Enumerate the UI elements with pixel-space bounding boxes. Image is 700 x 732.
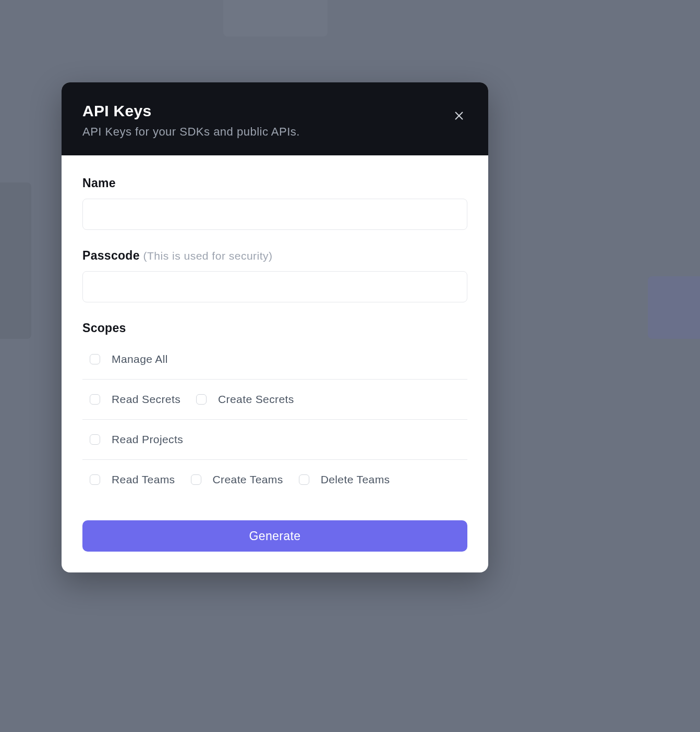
scopes-title: Scopes [82, 321, 467, 335]
scope-item-read-teams: Read Teams [90, 473, 175, 486]
scope-label[interactable]: Create Teams [213, 473, 283, 486]
modal-body: Name Passcode (This is used for security… [62, 155, 488, 572]
passcode-hint: (This is used for security) [143, 250, 273, 262]
scope-label[interactable]: Read Projects [112, 433, 183, 446]
scope-label[interactable]: Create Secrets [218, 393, 294, 406]
passcode-label-text: Passcode [82, 249, 140, 262]
passcode-field-group: Passcode (This is used for security) [82, 249, 467, 302]
scope-label[interactable]: Delete Teams [321, 473, 390, 486]
modal-header: API Keys API Keys for your SDKs and publ… [62, 82, 488, 155]
modal-subtitle: API Keys for your SDKs and public APIs. [82, 125, 467, 139]
scope-row: Read Secrets Create Secrets [82, 380, 467, 420]
checkbox-manage-all[interactable] [90, 354, 100, 364]
name-input[interactable] [82, 199, 467, 230]
scopes-section: Scopes Manage All Read Secrets Create Se… [82, 321, 467, 499]
name-field-group: Name [82, 176, 467, 230]
scope-label[interactable]: Read Teams [112, 473, 175, 486]
scope-row: Read Teams Create Teams Delete Teams [82, 460, 467, 499]
checkbox-create-teams[interactable] [191, 474, 201, 485]
checkbox-read-projects[interactable] [90, 434, 100, 445]
name-label: Name [82, 176, 467, 190]
scope-item-create-teams: Create Teams [191, 473, 283, 486]
scope-row: Manage All [82, 348, 467, 380]
checkbox-read-secrets[interactable] [90, 394, 100, 405]
modal-title: API Keys [82, 102, 467, 120]
close-button[interactable] [451, 107, 467, 124]
generate-button[interactable]: Generate [82, 520, 467, 552]
api-keys-modal: API Keys API Keys for your SDKs and publ… [62, 82, 488, 572]
scope-item-manage-all: Manage All [90, 353, 168, 365]
scope-item-read-projects: Read Projects [90, 433, 183, 446]
scope-item-create-secrets: Create Secrets [196, 393, 294, 406]
scope-item-delete-teams: Delete Teams [299, 473, 390, 486]
scope-label[interactable]: Manage All [112, 353, 168, 365]
scope-label[interactable]: Read Secrets [112, 393, 180, 406]
checkbox-delete-teams[interactable] [299, 474, 309, 485]
passcode-label: Passcode (This is used for security) [82, 249, 467, 263]
checkbox-create-secrets[interactable] [196, 394, 207, 405]
close-icon [453, 110, 465, 121]
passcode-input[interactable] [82, 271, 467, 302]
scope-item-read-secrets: Read Secrets [90, 393, 180, 406]
scope-row: Read Projects [82, 420, 467, 460]
checkbox-read-teams[interactable] [90, 474, 100, 485]
